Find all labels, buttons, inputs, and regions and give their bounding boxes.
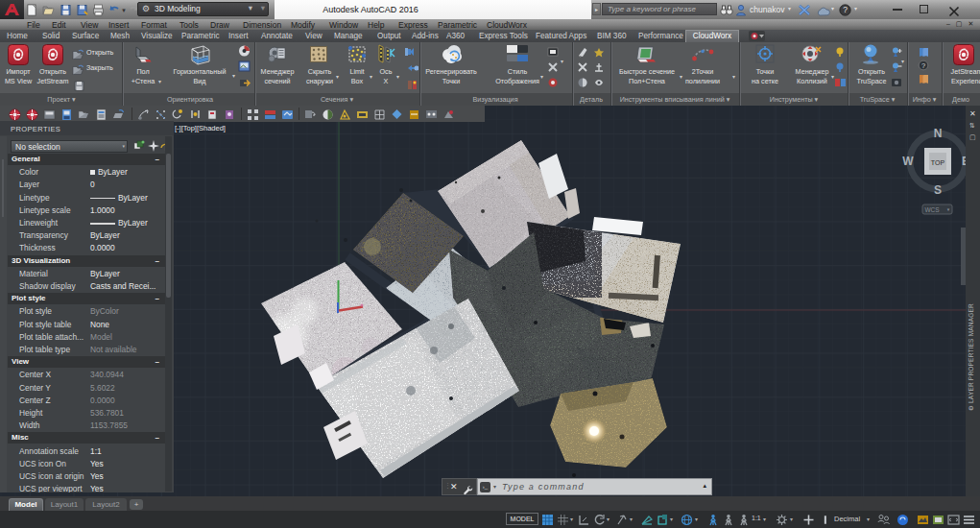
svg-text:?: ? [843,5,848,14]
svg-text:WCS: WCS [924,206,940,213]
svg-text:TOP: TOP [931,159,945,166]
svg-text:S: S [934,183,942,197]
svg-text:N: N [934,127,943,140]
svg-text:W: W [902,155,914,168]
